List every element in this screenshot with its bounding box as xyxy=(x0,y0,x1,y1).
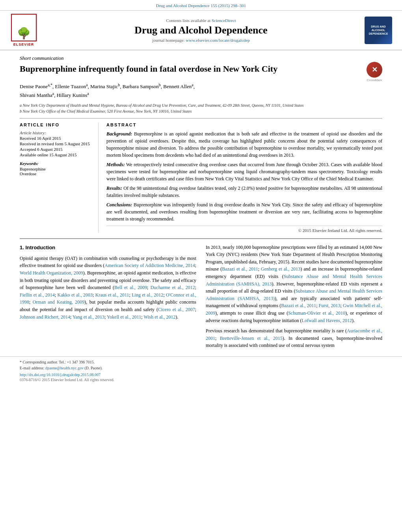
history-label: Article history: xyxy=(20,130,92,135)
footnote-corresponding: * Corresponding author. Tel.: +1 347 396… xyxy=(20,359,382,365)
elsevier-wordmark: ELSEVIER xyxy=(13,43,34,46)
drug-logo-text: DRUG AND ALCOHOL DEPENDENCE xyxy=(366,25,391,35)
doi-line: http://dx.doi.org/10.1016/j.drugalcdep.2… xyxy=(20,373,382,377)
journal-title-block: Contents lists available at ScienceDirec… xyxy=(39,18,363,43)
abstract-results: Results: Of the 98 unintentional drug ov… xyxy=(106,185,382,199)
sciencedirect-link[interactable]: ScienceDirect xyxy=(212,18,236,23)
ref-bazazi-2011[interactable]: Bazazi et al., 2011 xyxy=(222,266,258,272)
elsevier-logo: 🌳 ELSEVIER xyxy=(8,14,39,46)
homepage-url[interactable]: www.elsevier.com/locate/drugalcdep xyxy=(186,38,249,43)
author6-sup: a xyxy=(52,91,54,96)
contents-text: Contents lists available at xyxy=(166,18,210,23)
methods-label: Methods: xyxy=(106,162,125,167)
author4-sup: b xyxy=(159,83,161,87)
author1-sup: a,* xyxy=(48,83,52,87)
ref-samhsa-2013b[interactable]: Substance Abuse and Mental Health Servic… xyxy=(206,288,382,301)
ref-cicero-2007[interactable]: Cicero et al., 2007 xyxy=(158,307,195,312)
author5-name: Bennett Allen xyxy=(163,83,192,89)
article-history: Article history: Received 16 April 2015 … xyxy=(20,130,92,157)
author5-sup: a xyxy=(192,83,193,87)
footnote-area: * Corresponding author. Tel.: +1 347 396… xyxy=(0,356,402,382)
author1-name: Denise Paone xyxy=(20,83,48,89)
available-date: Available online 15 August 2015 xyxy=(20,152,92,157)
logo-box: 🌳 xyxy=(11,14,37,41)
author2-name: Ellenie Tuazon xyxy=(55,83,86,89)
body-right-para1: In 2013, nearly 100,000 buprenorphine pr… xyxy=(206,244,382,324)
crossmark: ✕ CrossMark xyxy=(367,62,382,82)
corresponding-text: * Corresponding author. Tel.: +1 347 396… xyxy=(20,360,95,364)
intro-para1: Opioid agonist therapy (OAT) in combinat… xyxy=(20,255,196,321)
ref-schuman-2010[interactable]: Schuman-Olivier et al., 2010 xyxy=(288,310,345,316)
ref-johnson-richert-2014[interactable]: Johnson and Richert, 2014 xyxy=(20,314,70,320)
conclusions-text: Buprenorphine was infrequently found in … xyxy=(106,202,382,222)
author7-name: Hillary Kunins xyxy=(57,92,87,98)
ref-yang-2013[interactable]: Yang et al., 2013 xyxy=(73,314,104,320)
background-label: Background: xyxy=(106,131,132,137)
ref-asam-2014[interactable]: American Society of Addiction Medicine, … xyxy=(104,263,195,268)
keyword-2: Overdose xyxy=(20,171,92,176)
email-person: (D. Paone). xyxy=(84,366,102,370)
detected-and: and xyxy=(281,296,288,301)
abstract-header: ABSTRACT xyxy=(106,122,382,127)
author2-sup: a xyxy=(86,83,87,87)
ref-wish-2012[interactable]: Wish et al., 2012 xyxy=(143,314,175,320)
citation-bar: Drug and Alcohol Dependence 155 (2015) 2… xyxy=(0,0,402,11)
ref-kraus-2011[interactable]: Kraus et al., 2011 xyxy=(95,292,129,298)
doi-link[interactable]: http://dx.doi.org/10.1016/j.drugalcdep.2… xyxy=(20,373,100,377)
body-col-right: In 2013, nearly 100,000 buprenorphine pr… xyxy=(206,244,382,352)
abstract-conclusions: Conclusions: Buprenorphine was infrequen… xyxy=(106,201,382,222)
journal-name: Drug and Alcohol Dependence xyxy=(39,24,363,36)
ref-bell-2009[interactable]: Bell et al., 2009 xyxy=(114,285,147,290)
article-title: Buprenorphine infrequently found in fata… xyxy=(20,64,363,74)
ref-fiellin-2014[interactable]: Fiellin et al., 2014 xyxy=(20,292,55,298)
author4-name: Barbara Sampson xyxy=(123,83,159,89)
author3-name: Marina Stajic xyxy=(90,83,118,89)
body-divider xyxy=(20,238,382,239)
ref-samhsa-2013a[interactable]: Substance Abuse and Mental Health Servic… xyxy=(206,274,382,287)
abstract-text: Background: Buprenorphine is an opioid a… xyxy=(106,130,382,222)
body-right-para2: Previous research has demonstrated that … xyxy=(206,327,382,349)
ref-who-2009[interactable]: World Health Organization, 2009 xyxy=(20,270,83,276)
drug-alcohol-logo: DRUG AND ALCOHOL DEPENDENCE xyxy=(365,17,392,44)
keywords-label: Keywords: xyxy=(20,161,92,166)
abstract-col: ABSTRACT Background: Buprenorphine is an… xyxy=(106,122,382,233)
ref-ling-2012[interactable]: Ling et al., 2012 xyxy=(132,292,163,298)
footnote-email: E-mail address: dpaone@health.nyc.gov (D… xyxy=(20,365,382,371)
keyword-1: Buprenorphine xyxy=(20,167,92,171)
body-two-col: 1. Introduction Opioid agonist therapy (… xyxy=(0,244,402,352)
article-type: Short communication xyxy=(20,55,382,61)
homepage-label: journal homepage: xyxy=(152,38,184,43)
body-col-left: 1. Introduction Opioid agonist therapy (… xyxy=(20,244,196,352)
ref-kakko-2003[interactable]: Kakko et al., 2003 xyxy=(58,292,93,298)
info-abstract-cols: ARTICLE INFO Article history: Received 1… xyxy=(20,122,382,233)
ref-lofwall-2012[interactable]: Lofwall and Havens, 2012 xyxy=(302,318,352,323)
content-area: Short communication Buprenorphine infreq… xyxy=(0,50,402,233)
section-divider-1 xyxy=(20,118,382,119)
email-link[interactable]: dpaone@health.nyc.gov xyxy=(45,366,84,370)
article-info-col: ARTICLE INFO Article history: Received 1… xyxy=(20,122,99,233)
received-revised-date: Received in revised form 5 August 2015 xyxy=(20,141,92,146)
abstract-background: Background: Buprenorphine is an opioid a… xyxy=(106,130,382,159)
ref-genberg-2013[interactable]: Genberg et al., 2013 xyxy=(261,266,300,272)
keywords-section: Keywords: Buprenorphine Overdose xyxy=(20,161,92,176)
logo-tree-icon: 🌳 xyxy=(17,28,31,39)
affiliation-a: a New York City Department of Health and… xyxy=(20,102,382,108)
email-label: E-mail address: xyxy=(20,366,44,370)
abstract-methods: Methods: We retrospectively tested conse… xyxy=(106,161,382,182)
author3-sup: b xyxy=(118,83,120,87)
copyright-line: © 2015 Elsevier Ireland Ltd. All rights … xyxy=(106,226,382,233)
ref-yokell-2011[interactable]: Yokell et al., 2011 xyxy=(107,314,141,320)
citation-link[interactable]: Drug and Alcohol Dependence 155 (2015) 2… xyxy=(156,3,246,8)
author6-name: Shivani Mantha xyxy=(20,92,52,98)
page: Drug and Alcohol Dependence 155 (2015) 2… xyxy=(0,0,402,532)
ref-furst-2013[interactable]: Furst, 2013 xyxy=(319,303,341,308)
ref-bretteville-2015[interactable]: Bretteville-Jensen et al., 2015 xyxy=(220,336,283,341)
ref-orman-keating-2009[interactable]: Orman and Keating, 2009 xyxy=(33,299,85,305)
affiliation-b: b New York City Office of the Chief Medi… xyxy=(20,108,382,114)
affiliations: a New York City Department of Health and… xyxy=(20,102,382,114)
journal-header: 🌳 ELSEVIER Contents lists available at S… xyxy=(0,11,402,50)
author7-sup: a xyxy=(87,91,89,96)
footer-info: 0376-8716/© 2015 Elsevier Ireland Ltd. A… xyxy=(20,378,382,382)
ref-ducharme-2012[interactable]: Ducharme et al., 2012 xyxy=(151,285,195,290)
ref-bazazi-2011b[interactable]: Bazazi et al., 2011 xyxy=(281,303,316,308)
